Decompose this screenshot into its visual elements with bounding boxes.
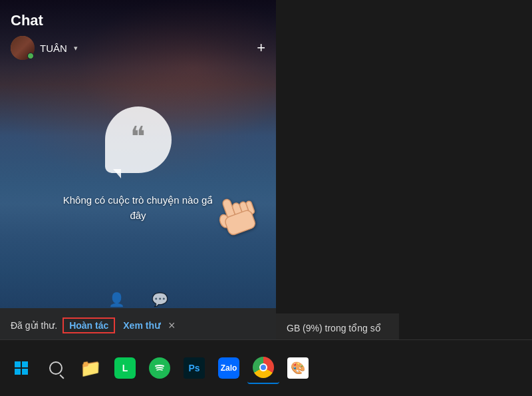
snackbar: Đã gửi thư. Hoàn tác Xem thư × (0, 308, 276, 343)
chat-header: Chat TUÂN ▾ + (0, 0, 276, 67)
snackbar-close-button[interactable]: × (168, 319, 176, 333)
hand-svg (206, 193, 259, 246)
user-row: TUÂN ▾ + (11, 36, 265, 60)
folder-icon: 📁 (80, 358, 101, 379)
hand-cursor-pointer (206, 193, 259, 246)
ps-icon: Ps (184, 357, 205, 379)
snackbar-sent-text: Đã gửi thư. (11, 320, 57, 331)
online-indicator (27, 53, 34, 59)
empty-line1: Không có cuộc trò chuyện nào gầ (63, 194, 213, 206)
paint-icon: 🎨 (287, 357, 309, 379)
snackbar-right-text: GB (9%) trong tổng sổ (287, 323, 381, 333)
taskbar-windows-start[interactable] (5, 352, 37, 384)
chrome-center (259, 363, 267, 371)
taskbar: 📁 L Ps Zalo 🎨 (0, 339, 532, 396)
line-icon: L (114, 357, 136, 379)
taskbar-search[interactable] (40, 352, 72, 384)
chat-bubble-icon[interactable]: 💬 (152, 292, 168, 307)
taskbar-spotify[interactable] (144, 352, 176, 384)
avatar[interactable] (11, 36, 35, 60)
add-chat-button[interactable]: + (257, 39, 265, 57)
snackbar-view-button[interactable]: Xem thư (123, 320, 160, 331)
contacts-icon[interactable]: 👤 (108, 292, 125, 307)
chat-panel: Chat TUÂN ▾ + ❝ Không có cuộc trò chuyện… (0, 0, 276, 339)
taskbar-chrome[interactable] (247, 352, 279, 384)
taskbar-photoshop[interactable]: Ps (178, 352, 210, 384)
taskbar-file-explorer[interactable]: 📁 (74, 352, 106, 384)
search-icon (49, 361, 63, 375)
dropdown-arrow-icon[interactable]: ▾ (74, 44, 78, 53)
chrome-icon (253, 357, 274, 378)
user-info: TUÂN ▾ (11, 36, 78, 60)
spotify-svg (154, 362, 166, 374)
hangouts-icon: ❝ (105, 106, 172, 173)
user-name: TUÂN (40, 43, 67, 54)
taskbar-zalo[interactable]: Zalo (213, 352, 245, 384)
zalo-icon: Zalo (218, 357, 239, 379)
taskbar-line[interactable]: L (109, 352, 141, 384)
app-title: Chat (11, 12, 265, 29)
snackbar-area: Đã gửi thư. Hoàn tác Xem thư × (0, 308, 276, 343)
right-panel (276, 0, 532, 339)
spotify-icon (149, 357, 170, 379)
empty-line2: đây (130, 210, 146, 221)
quote-icon: ❝ (130, 123, 146, 151)
windows-icon (15, 361, 28, 375)
empty-state-text: Không có cuộc trò chuyện nào gầ đây (63, 193, 213, 223)
taskbar-paint[interactable]: 🎨 (282, 352, 314, 384)
snackbar-right-extension: GB (9%) trong tổng sổ (276, 313, 399, 343)
snackbar-undo-button[interactable]: Hoàn tác (63, 317, 115, 333)
